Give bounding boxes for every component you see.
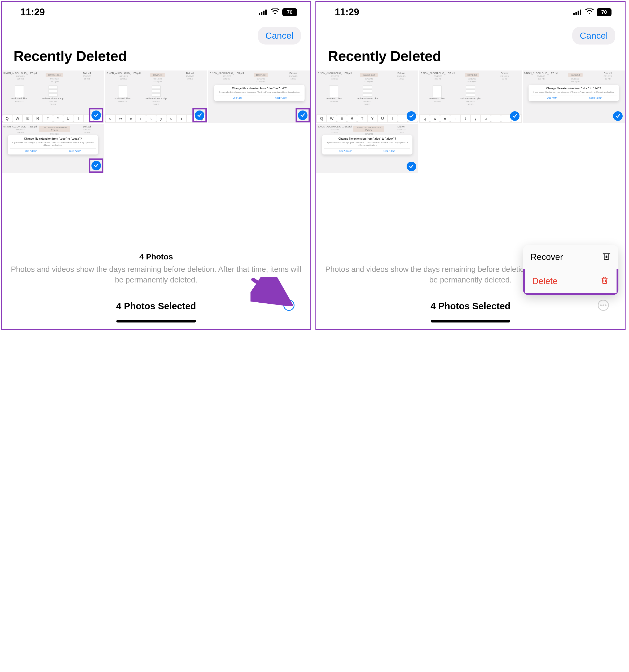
footer-count: 4 Photos [10,252,302,261]
svg-rect-8 [573,13,575,15]
svg-point-12 [600,305,602,306]
highlight-annotation [192,108,207,122]
more-button[interactable] [283,300,295,311]
photo-thumb[interactable]: 5.NON_ALCOH OLIC_…ES.pdf09/10/23320 KB 1… [316,124,418,173]
screenshot-left: 11:29 70 Cancel Recently Deleted 5.NON_A… [1,1,311,330]
more-button[interactable] [598,300,609,311]
cellular-icon [259,8,268,17]
nav-bar: Cancel [2,20,310,46]
home-indicator [431,320,510,322]
selection-count: 4 Photos Selected [430,301,510,311]
photo-thumb[interactable]: 5.NON_ALCOH OLIC_…ES.pdf09/10/23320 KB D… [2,71,104,123]
photo-thumb[interactable]: 5.NON_ALCOH OLIC_…ES.pdf09/10/23320 KB D… [419,71,521,123]
svg-rect-9 [576,11,577,15]
svg-point-4 [286,305,287,306]
nav-bar: Cancel [316,20,625,46]
cancel-button[interactable]: Cancel [572,27,615,45]
svg-rect-11 [580,9,581,15]
photo-thumb[interactable]: 5.NON_ALCOH OLIC_…ES.pdf09/10/23320 KB D… [316,71,418,123]
highlight-annotation [296,108,310,122]
photo-grid: 5.NON_ALCOH OLIC_…ES.pdf09/10/23320 KB D… [316,71,625,173]
battery-icon: 70 [597,8,611,16]
svg-rect-10 [578,10,579,15]
footer-subtitle: Photos and videos show the days remainin… [10,264,302,285]
selection-check-icon [613,111,623,121]
photo-thumb[interactable]: 5.NON_ALCOH OLIC_…ES.pdf09/10/23320 KB 1… [2,124,104,173]
selection-check-icon [91,111,101,120]
highlight-annotation [89,159,103,173]
status-time: 11:29 [335,7,359,18]
photo-thumb[interactable]: 5.NON_ALCOH OLIC_…ES.pdf09/10/23320 KB D… [523,71,625,123]
screenshot-right: 11:29 70 Cancel Recently Deleted 5.NON_A… [316,1,626,330]
svg-point-14 [605,305,606,306]
home-indicator [116,320,196,322]
photo-thumb[interactable]: 5.NON_ALCOH OLIC_…ES.pdf09/10/23320 KB D… [208,71,310,123]
selection-check-icon [510,111,519,121]
selection-check-icon [91,161,101,170]
svg-point-13 [603,305,604,306]
battery-icon: 70 [282,8,297,16]
wifi-icon [585,8,594,17]
status-time: 11:29 [20,7,45,18]
cancel-button[interactable]: Cancel [258,27,301,45]
svg-point-5 [288,305,290,306]
selection-count: 4 Photos Selected [116,301,196,311]
cellular-icon [573,8,582,17]
selection-check-icon [298,111,307,120]
status-bar: 11:29 70 [2,2,310,20]
svg-point-6 [290,305,292,306]
recover-label: Recover [530,252,563,262]
status-bar: 11:29 70 [316,2,625,20]
selection-check-icon [195,111,204,120]
highlight-annotation [89,108,103,122]
page-title: Recently Deleted [2,46,310,71]
svg-rect-0 [259,13,260,15]
action-sheet: Recover Delete [523,245,619,295]
delete-label: Delete [532,276,557,286]
footer: 4 Photos Photos and videos show the days… [2,252,310,329]
trash-icon [600,275,609,287]
recover-icon [602,251,611,263]
page-title: Recently Deleted [316,46,625,71]
svg-rect-2 [263,10,264,15]
svg-rect-3 [265,9,267,15]
svg-rect-1 [261,11,262,15]
status-right: 70 [259,8,297,17]
wifi-icon [271,8,280,17]
photo-thumb[interactable]: 5.NON_ALCOH OLIC_…ES.pdf09/10/23320 KB D… [105,71,207,123]
status-right: 70 [573,8,611,17]
photo-grid: 5.NON_ALCOH OLIC_…ES.pdf09/10/23320 KB D… [2,71,310,173]
delete-button[interactable]: Delete [523,269,619,295]
recover-button[interactable]: Recover [523,245,619,269]
